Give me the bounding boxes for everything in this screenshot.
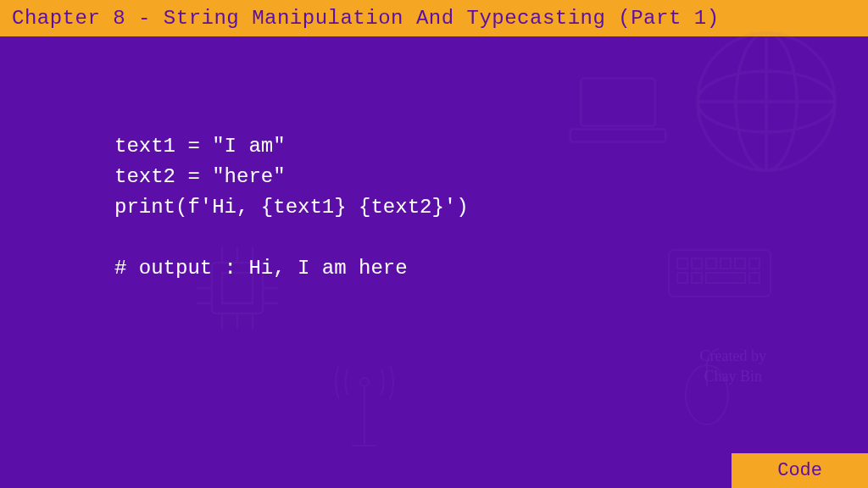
svg-rect-25 bbox=[677, 258, 687, 269]
code-line-3: print(f'Hi, {text1} {text2}') bbox=[114, 196, 469, 219]
code-line-5: # output : Hi, I am here bbox=[114, 257, 408, 280]
footer-code-label: Code bbox=[732, 453, 868, 488]
svg-rect-30 bbox=[749, 258, 760, 269]
svg-rect-5 bbox=[581, 79, 655, 126]
svg-rect-31 bbox=[677, 273, 687, 283]
code-line-2: text2 = "here" bbox=[114, 165, 286, 188]
svg-rect-26 bbox=[692, 258, 702, 269]
globe-icon bbox=[690, 25, 843, 178]
svg-rect-27 bbox=[706, 258, 716, 269]
svg-rect-28 bbox=[721, 258, 731, 269]
chapter-title-text: Chapter 8 - String Manipulation And Type… bbox=[12, 7, 720, 30]
footer-label-text: Code bbox=[777, 460, 822, 481]
credit-text: Created by Chay Bin bbox=[700, 347, 766, 386]
svg-rect-32 bbox=[692, 273, 702, 283]
credit-line-1: Created by bbox=[700, 347, 766, 366]
code-line-1: text1 = "I am" bbox=[114, 135, 286, 158]
svg-rect-29 bbox=[735, 258, 745, 269]
svg-point-22 bbox=[360, 378, 369, 386]
laptop-icon bbox=[563, 68, 673, 152]
credit-line-2: Chay Bin bbox=[700, 367, 766, 386]
code-block: text1 = "I am" text2 = "here" print(f'Hi… bbox=[114, 131, 469, 284]
svg-rect-33 bbox=[706, 273, 745, 283]
svg-rect-6 bbox=[570, 130, 666, 142]
svg-rect-34 bbox=[749, 273, 760, 283]
antenna-icon bbox=[322, 352, 407, 454]
keyboard-icon bbox=[665, 237, 775, 305]
